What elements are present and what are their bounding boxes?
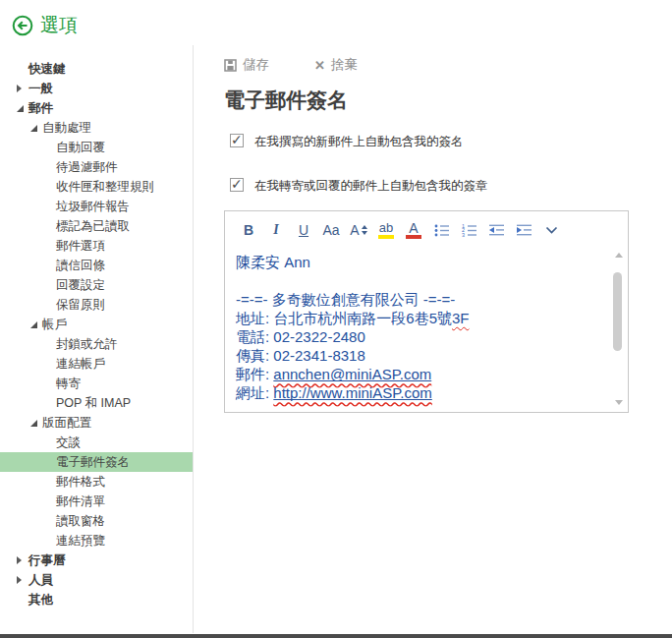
sidebar-item-label: 連結預覽 <box>56 531 105 551</box>
numbered-list-button[interactable]: 1 2 3 <box>455 217 482 243</box>
page-title: 電子郵件簽名 <box>224 87 348 114</box>
editor-scrollbar[interactable] <box>612 249 625 409</box>
sidebar-item[interactable]: 連結預覽 <box>0 531 193 551</box>
sidebar-divider <box>193 45 194 633</box>
expanded-tree-arrow-icon[interactable] <box>30 125 42 132</box>
increase-indent-button[interactable] <box>510 217 537 243</box>
expanded-tree-arrow-icon[interactable] <box>30 420 42 427</box>
sidebar-item[interactable]: POP 和 IMAP <box>0 393 193 413</box>
bullet-list-button[interactable] <box>427 217 455 243</box>
sidebar-item[interactable]: 待過濾郵件 <box>0 157 193 177</box>
expanded-tree-arrow-icon[interactable] <box>17 105 28 112</box>
sidebar-item[interactable]: 交談 <box>0 433 193 452</box>
save-icon <box>224 59 237 72</box>
italic-button[interactable]: I <box>262 217 290 243</box>
new-messages-checkbox[interactable] <box>230 134 244 147</box>
sidebar-item[interactable]: 版面配置 <box>0 413 193 433</box>
signature-fax-line: 傳真: 02-2341-8318 <box>236 346 610 365</box>
more-formatting-button[interactable] <box>537 217 565 243</box>
sidebar-item[interactable]: 自動處理 <box>0 118 193 138</box>
signature-address-line: 地址: 台北市杭州南路一段6巷5號3F <box>236 309 610 327</box>
sidebar-item[interactable]: 標記為已讀取 <box>0 216 193 236</box>
highlight-color-button[interactable]: ab <box>372 217 400 243</box>
discard-icon: ✕ <box>314 58 325 73</box>
sidebar-item-label: 郵件清單 <box>56 492 105 511</box>
scroll-up-icon[interactable] <box>615 253 623 258</box>
checkbox-row-new-messages: 在我撰寫的新郵件上自動包含我的簽名 <box>230 134 464 149</box>
sidebar-item-label: 快速鍵 <box>28 59 66 79</box>
sidebar-item[interactable]: 行事曆 <box>0 551 193 570</box>
website-link[interactable]: http://www.miniASP.com <box>273 384 431 401</box>
bold-button[interactable]: B <box>235 217 262 243</box>
sidebar-item[interactable]: 郵件格式 <box>0 472 193 492</box>
sidebar-item[interactable]: 郵件選項 <box>0 236 193 256</box>
font-size-glyph: A <box>350 222 359 238</box>
scroll-down-icon[interactable] <box>615 400 623 405</box>
email-link[interactable]: annchen@miniASP.com <box>273 366 431 382</box>
sidebar-item-label: 一般 <box>28 79 53 98</box>
signature-blank-line <box>236 271 610 290</box>
font-color-glyph: A <box>409 222 418 234</box>
sidebar-item[interactable]: 快速鍵 <box>0 59 193 79</box>
sidebar-item[interactable]: 讀取窗格 <box>0 511 193 531</box>
collapsed-tree-arrow-icon[interactable] <box>17 576 28 584</box>
sidebar-item[interactable]: 垃圾郵件報告 <box>0 197 193 216</box>
sidebar-item[interactable]: 帳戶 <box>0 315 193 334</box>
sidebar-item[interactable]: 人員 <box>0 570 193 590</box>
signature-text-area[interactable]: 陳柔安 Ann -=-=- 多奇數位創意有限公司 -=-=- 地址: 台北市杭州… <box>226 247 610 411</box>
sidebar-item[interactable]: 收件匣和整理規則 <box>0 177 193 197</box>
sidebar-item[interactable]: 連結帳戶 <box>0 354 193 374</box>
collapsed-tree-arrow-icon[interactable] <box>17 556 28 564</box>
spellcheck-underline: 3F <box>452 310 470 326</box>
sidebar-item[interactable]: 封鎖或允許 <box>0 334 193 354</box>
sidebar-item-label: 郵件 <box>28 98 53 118</box>
save-label: 儲存 <box>243 56 269 74</box>
sidebar-item-label: 轉寄 <box>56 374 81 393</box>
sidebar-item[interactable]: 轉寄 <box>0 374 193 393</box>
sidebar-item-label: 回覆設定 <box>56 275 105 295</box>
signature-editor: B I U Aa A ab A <box>224 210 629 413</box>
back-arrow-icon[interactable] <box>12 15 33 36</box>
sidebar-item[interactable]: 郵件清單 <box>0 492 193 511</box>
sidebar-item[interactable]: 電子郵件簽名 <box>0 452 193 472</box>
collapsed-tree-arrow-icon[interactable] <box>17 85 28 92</box>
sidebar-item[interactable]: 讀信回條 <box>0 256 193 275</box>
expanded-tree-arrow-icon[interactable] <box>30 321 42 328</box>
font-color-button[interactable]: A <box>400 217 427 243</box>
discard-label: 捨棄 <box>331 56 358 74</box>
sidebar-item[interactable]: 自動回覆 <box>0 138 193 157</box>
sidebar-item-label: 郵件格式 <box>56 472 105 492</box>
sidebar-item-label: 連結帳戶 <box>56 354 105 374</box>
sidebar-item-label: POP 和 IMAP <box>56 393 131 413</box>
replies-forwards-checkbox[interactable] <box>230 178 244 192</box>
sidebar-item-label: 帳戶 <box>42 315 67 334</box>
font-size-button[interactable]: A <box>345 217 372 243</box>
sidebar-item-label: 電子郵件簽名 <box>56 452 130 472</box>
sidebar-item[interactable]: 保留原則 <box>0 295 193 315</box>
sidebar-item[interactable]: 其他 <box>0 590 193 609</box>
font-name-button[interactable]: Aa <box>317 217 345 243</box>
sidebar-item-label: 交談 <box>56 433 81 452</box>
save-button[interactable]: 儲存 <box>224 56 269 74</box>
underline-button[interactable]: U <box>290 217 317 243</box>
back-to-mail-button[interactable]: 選項 <box>12 13 78 38</box>
size-arrows-icon <box>362 225 367 235</box>
signature-phone-line: 電話: 02-2322-2480 <box>236 327 610 346</box>
discard-button[interactable]: ✕ 捨棄 <box>314 56 358 74</box>
checkbox-row-replies-forwards: 在我轉寄或回覆的郵件上自動包含我的簽章 <box>230 178 488 194</box>
sidebar-item-label: 自動處理 <box>42 118 91 138</box>
sidebar-item[interactable]: 郵件 <box>0 98 193 118</box>
sidebar-item[interactable]: 回覆設定 <box>0 275 193 295</box>
font-color-red-bar-icon <box>406 235 421 239</box>
sidebar-item-label: 讀取窗格 <box>56 511 105 531</box>
editor-toolbar: B I U Aa A ab A <box>225 211 628 247</box>
sidebar-item-label: 收件匣和整理規則 <box>56 177 154 197</box>
decrease-indent-button[interactable] <box>482 217 510 243</box>
scrollbar-thumb[interactable] <box>613 272 622 351</box>
sidebar-item-label: 人員 <box>28 570 53 590</box>
sidebar-item[interactable]: 一般 <box>0 79 193 98</box>
sidebar-item-label: 版面配置 <box>42 413 91 433</box>
highlight-yellow-bar-icon <box>378 235 394 239</box>
options-page: 選項 快速鍵一般郵件自動處理自動回覆待過濾郵件收件匣和整理規則垃圾郵件報告標記為… <box>0 0 672 638</box>
sidebar-item-label: 其他 <box>28 590 53 609</box>
